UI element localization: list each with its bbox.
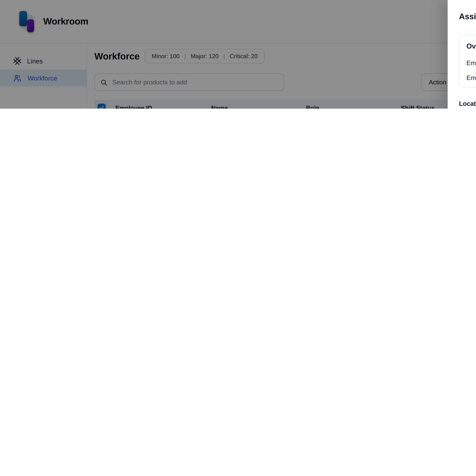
overview-card: Overview Employee IDEMP-01Employee NameV… [459, 34, 476, 88]
overview-fields: Employee IDEMP-01Employee NameVaibhav Ag… [466, 59, 476, 81]
app-window: Workroom LinesWorkforce Workforce Minor:… [0, 0, 476, 109]
overview-field: Employee IDEMP-01 [466, 59, 476, 66]
field-label: Employee Name [466, 74, 476, 81]
assign-location-panel: Assign Location Overview Employee IDEMP-… [448, 0, 476, 109]
field-label: Employee ID [466, 59, 476, 66]
modal-dim-overlay [0, 0, 476, 109]
overview-heading: Overview [466, 42, 476, 50]
location-label: Location [459, 100, 476, 107]
panel-title: Assign Location [459, 12, 476, 21]
overview-field: Employee NameVaibhav Aggarwal [466, 74, 476, 81]
